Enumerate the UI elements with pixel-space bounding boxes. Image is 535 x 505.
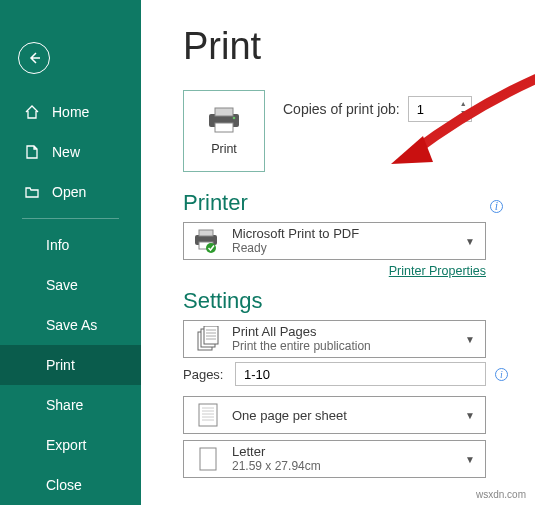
back-arrow-icon (26, 50, 42, 66)
spinner-arrows-icon[interactable]: ▲▼ (460, 99, 467, 117)
home-icon (22, 102, 42, 122)
printer-ready-icon (194, 227, 222, 255)
copies-spinner[interactable]: 1 ▲▼ (408, 96, 472, 122)
svg-rect-10 (204, 326, 218, 344)
nav-label: Open (52, 184, 86, 200)
nav-label: New (52, 144, 80, 160)
printer-name: Microsoft Print to PDF (232, 226, 359, 241)
pages-input[interactable] (235, 362, 486, 386)
open-icon (22, 182, 42, 202)
nav-label: Info (46, 237, 69, 253)
print-button[interactable]: Print (183, 90, 265, 172)
chevron-down-icon: ▼ (465, 410, 475, 421)
nav-label: Save As (46, 317, 97, 333)
paper-size: 21.59 x 27.94cm (232, 459, 321, 474)
nav-open[interactable]: Open (0, 172, 141, 212)
nav-print[interactable]: Print (0, 345, 141, 385)
nav-label: Home (52, 104, 89, 120)
svg-point-3 (233, 117, 236, 120)
nav-home[interactable]: Home (0, 92, 141, 132)
paper-name: Letter (232, 444, 321, 459)
pages-label: Pages: (183, 367, 225, 382)
print-range-title: Print All Pages (232, 324, 371, 339)
pages-per-sheet-label: One page per sheet (232, 408, 347, 423)
print-button-label: Print (211, 142, 237, 156)
pages-per-sheet-dropdown[interactable]: One page per sheet ▼ (183, 396, 486, 434)
printer-status: Ready (232, 241, 359, 256)
printer-properties-link[interactable]: Printer Properties (183, 264, 486, 278)
new-icon (22, 142, 42, 162)
info-icon[interactable]: i (495, 368, 508, 381)
copies-value: 1 (417, 102, 424, 117)
svg-point-7 (206, 243, 216, 253)
sidebar-divider (22, 218, 119, 219)
nav-label: Print (46, 357, 75, 373)
nav-save[interactable]: Save (0, 265, 141, 305)
nav-export[interactable]: Export (0, 425, 141, 465)
nav-label: Share (46, 397, 83, 413)
chevron-down-icon: ▼ (465, 334, 475, 345)
watermark: wsxdn.com (473, 488, 529, 501)
pages-stack-icon (194, 325, 222, 353)
copies-label: Copies of print job: (283, 101, 400, 117)
paper-size-dropdown[interactable]: Letter21.59 x 27.94cm ▼ (183, 440, 486, 478)
backstage-sidebar: Home New Open Info Save Save As Print Sh… (0, 0, 141, 505)
printer-icon (207, 106, 241, 134)
settings-heading: Settings (183, 288, 263, 314)
main-panel: Print Print Copies of print job: 1 ▲▼ Pr… (141, 0, 535, 505)
printer-heading: Printer (183, 190, 248, 216)
chevron-down-icon: ▼ (465, 236, 475, 247)
svg-rect-2 (215, 123, 233, 132)
paper-icon (194, 445, 222, 473)
svg-rect-5 (199, 230, 213, 236)
nav-label: Export (46, 437, 86, 453)
nav-save-as[interactable]: Save As (0, 305, 141, 345)
svg-rect-11 (199, 404, 217, 426)
svg-rect-1 (215, 108, 233, 116)
chevron-down-icon: ▼ (465, 454, 475, 465)
back-button[interactable] (18, 42, 50, 74)
nav-label: Save (46, 277, 78, 293)
print-range-dropdown[interactable]: Print All PagesPrint the entire publicat… (183, 320, 486, 358)
info-icon[interactable]: i (490, 200, 503, 213)
svg-rect-12 (200, 448, 216, 470)
nav-close[interactable]: Close (0, 465, 141, 505)
page-grid-icon (194, 401, 222, 429)
printer-dropdown[interactable]: Microsoft Print to PDFReady ▼ (183, 222, 486, 260)
nav-info[interactable]: Info (0, 225, 141, 265)
page-title: Print (183, 25, 503, 68)
print-range-sub: Print the entire publication (232, 339, 371, 354)
nav-new[interactable]: New (0, 132, 141, 172)
nav-label: Close (46, 477, 82, 493)
nav-share[interactable]: Share (0, 385, 141, 425)
